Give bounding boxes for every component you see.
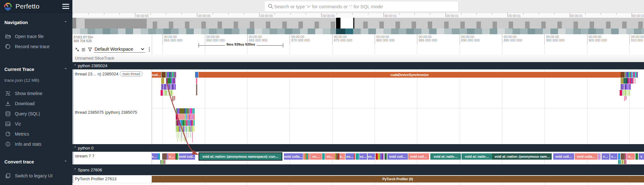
slice[interactable] [637, 72, 638, 78]
slice[interactable] [356, 153, 359, 160]
sort-tracks-icon[interactable] [81, 48, 86, 52]
slice[interactable] [622, 160, 623, 164]
slice[interactable] [177, 153, 178, 160]
search-input[interactable] [273, 3, 455, 10]
slice[interactable] [171, 90, 172, 96]
slice[interactable] [176, 132, 177, 138]
slice[interactable] [621, 72, 625, 78]
slice[interactable] [621, 78, 623, 84]
slice[interactable] [626, 160, 626, 164]
overview-ruler[interactable] [72, 13, 644, 18]
slice[interactable] [354, 153, 355, 160]
slice[interactable] [167, 90, 169, 96]
slice[interactable] [165, 90, 167, 96]
slice[interactable] [169, 90, 170, 96]
group-header-spans[interactable]: ^ Spans 27606 [72, 164, 644, 175]
slice[interactable]: cud… [151, 72, 161, 78]
menu-hamburger-icon[interactable] [62, 3, 69, 10]
sidebar-section-title[interactable]: Convert trace⌃ [0, 159, 72, 164]
slice[interactable]: void cutl… [553, 153, 574, 160]
sidebar-item-query-sql-[interactable]: Query (SQL) [0, 109, 72, 119]
slice[interactable] [168, 78, 171, 84]
slice[interactable] [174, 96, 174, 101]
track-shelf-main-thread[interactable]: thread 23… n) 2385024main thread [72, 69, 152, 108]
track-row-unnamed[interactable] [72, 54, 644, 62]
workspace-selector[interactable]: Default Workspace [94, 46, 145, 53]
slice[interactable] [164, 160, 164, 164]
slice[interactable] [635, 78, 635, 84]
minimap-overview[interactable] [72, 18, 644, 34]
slice[interactable]: v… [340, 153, 345, 160]
collapse-caret-icon[interactable]: ^ [74, 168, 76, 171]
slice[interactable] [185, 138, 185, 142]
slice[interactable] [624, 160, 625, 164]
slice[interactable] [190, 132, 191, 138]
slice[interactable] [179, 108, 185, 114]
slice[interactable]: vo… [368, 153, 375, 160]
track-shelf-thread-python[interactable]: thread 2385075 (python) 2385075 [72, 108, 152, 144]
sidebar-item-info-and-stats[interactable]: Info and stats [0, 139, 72, 149]
slice[interactable]: vo… [346, 153, 354, 160]
slice[interactable]: v… [610, 153, 617, 160]
slice[interactable] [162, 72, 166, 78]
slice[interactable] [178, 114, 185, 120]
slice[interactable] [618, 153, 620, 160]
slice[interactable]: void cutl… [387, 153, 408, 160]
slice[interactable] [620, 160, 621, 164]
slice[interactable] [625, 153, 626, 160]
slice[interactable] [193, 108, 195, 114]
slice[interactable] [621, 153, 625, 160]
minimap-viewport-handle[interactable] [336, 18, 340, 29]
slice[interactable] [172, 90, 173, 96]
sidebar-item-download[interactable]: Download [0, 99, 72, 109]
slice[interactable]: vo… [310, 153, 322, 160]
slice[interactable]: PyTorch Profiler (0) [151, 176, 644, 182]
slice[interactable] [160, 160, 161, 164]
slice[interactable] [630, 84, 631, 90]
slice[interactable] [163, 160, 163, 164]
slice-selected[interactable]: void at::native::(anonymous namespace)::… [199, 152, 282, 161]
track-grip[interactable] [72, 69, 74, 108]
slice[interactable] [175, 78, 175, 84]
slice[interactable] [196, 78, 197, 84]
slice[interactable]: vo… [325, 153, 335, 160]
slice[interactable]: vo… [359, 153, 367, 160]
sidebar-item-metrics[interactable]: Metrics [0, 129, 72, 139]
slice[interactable] [624, 96, 625, 101]
slice[interactable] [338, 153, 340, 160]
slice[interactable] [175, 96, 175, 100]
slice[interactable] [192, 132, 193, 143]
slice[interactable] [627, 90, 628, 96]
slice[interactable]: void cutl… [179, 153, 195, 160]
slice[interactable] [196, 84, 197, 95]
slice[interactable] [632, 78, 634, 84]
slice[interactable] [598, 153, 601, 160]
slice[interactable] [159, 153, 160, 160]
track-grip[interactable] [72, 108, 74, 144]
slice[interactable] [172, 96, 173, 101]
slice[interactable] [161, 78, 164, 84]
slice[interactable]: v… [627, 153, 635, 160]
slice[interactable] [178, 132, 179, 138]
slice[interactable] [322, 153, 325, 160]
slice[interactable] [188, 132, 189, 138]
slice[interactable] [161, 90, 163, 96]
sidebar-item-open-trace-file[interactable]: Open trace file [0, 31, 72, 41]
filter-icon[interactable] [88, 47, 92, 52]
slice[interactable] [187, 138, 187, 140]
slice[interactable] [193, 114, 195, 120]
track-shelf-pytorch[interactable]: PyTorch Profiler 27613 [72, 175, 152, 183]
slice[interactable]: v [639, 153, 644, 160]
sidebar-section-title[interactable]: Current Trace⌃ [0, 67, 72, 72]
slice[interactable] [194, 120, 195, 126]
slice[interactable] [626, 96, 626, 100]
group-header-python-0[interactable]: ^ python 0 [72, 144, 644, 152]
minimap-viewport-clear[interactable] [340, 18, 353, 29]
slice[interactable] [175, 84, 176, 90]
slice[interactable]: v… [602, 153, 610, 160]
collapse-all-icon[interactable] [75, 47, 79, 52]
slice[interactable] [175, 72, 176, 78]
slice[interactable] [186, 132, 187, 138]
sidebar-item-show-timeline[interactable]: Show timeline [0, 88, 72, 99]
slice[interactable]: void cutla… [284, 153, 303, 160]
